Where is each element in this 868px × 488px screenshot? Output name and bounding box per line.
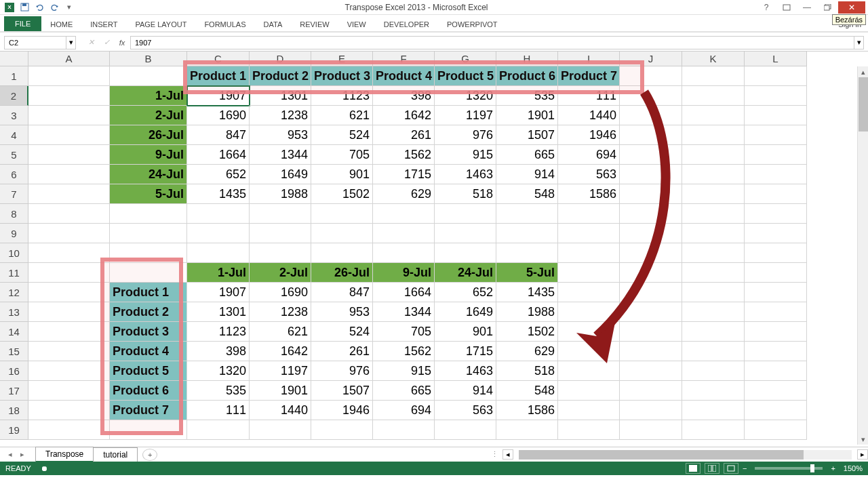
- cell-B2[interactable]: 1-Jul: [110, 86, 187, 106]
- cell-G8[interactable]: [435, 204, 496, 224]
- tab-page-layout[interactable]: PAGE LAYOUT: [126, 18, 195, 31]
- col-head-L[interactable]: L: [745, 52, 807, 66]
- col-head-I[interactable]: I: [558, 52, 620, 66]
- cell-A18[interactable]: [28, 401, 110, 420]
- hscroll-left-icon[interactable]: ◂: [502, 449, 513, 460]
- cell-G15[interactable]: 1715: [435, 342, 496, 361]
- cell-G11[interactable]: 24-Jul: [435, 263, 496, 283]
- cell-C18[interactable]: 111: [187, 401, 250, 420]
- cell-B5[interactable]: 9-Jul: [110, 145, 187, 165]
- cell-L16[interactable]: [745, 361, 807, 381]
- cell-G2[interactable]: 1320: [435, 86, 496, 106]
- cell-E12[interactable]: 847: [311, 283, 373, 302]
- cell-F3[interactable]: 1642: [373, 106, 435, 125]
- excel-icon[interactable]: X: [3, 1, 16, 14]
- cell-H8[interactable]: [496, 204, 558, 224]
- col-head-G[interactable]: G: [435, 52, 496, 66]
- cell-J13[interactable]: [620, 302, 682, 322]
- cell-F12[interactable]: 1664: [373, 283, 435, 302]
- cell-H11[interactable]: 5-Jul: [496, 263, 558, 283]
- cell-C1[interactable]: Product 1: [187, 66, 250, 86]
- cell-E7[interactable]: 1502: [311, 184, 373, 204]
- cell-C4[interactable]: 847: [187, 125, 250, 145]
- cell-C14[interactable]: 1123: [187, 322, 250, 342]
- col-head-K[interactable]: K: [682, 52, 745, 66]
- cell-D12[interactable]: 1690: [250, 283, 311, 302]
- cell-B17[interactable]: Product 6: [110, 381, 187, 401]
- cell-G9[interactable]: [435, 224, 496, 243]
- row-head-6[interactable]: 6: [0, 165, 28, 184]
- cell-G10[interactable]: [435, 243, 496, 263]
- cell-K3[interactable]: [682, 106, 745, 125]
- cell-I18[interactable]: [558, 401, 620, 420]
- cell-K12[interactable]: [682, 283, 745, 302]
- cell-F17[interactable]: 665: [373, 381, 435, 401]
- cell-D18[interactable]: 1440: [250, 401, 311, 420]
- cell-B8[interactable]: [110, 204, 187, 224]
- cell-A5[interactable]: [28, 145, 110, 165]
- tab-file[interactable]: FILE: [4, 16, 41, 31]
- cell-B9[interactable]: [110, 224, 187, 243]
- cell-L8[interactable]: [745, 204, 807, 224]
- cell-E8[interactable]: [311, 204, 373, 224]
- row-head-15[interactable]: 15: [0, 342, 28, 361]
- cell-K2[interactable]: [682, 86, 745, 106]
- cell-A12[interactable]: [28, 283, 110, 302]
- cell-A11[interactable]: [28, 263, 110, 283]
- cell-G13[interactable]: 1649: [435, 302, 496, 322]
- cell-L5[interactable]: [745, 145, 807, 165]
- cell-A13[interactable]: [28, 302, 110, 322]
- qat-dropdown-icon[interactable]: ▾: [62, 1, 76, 14]
- cell-F18[interactable]: 694: [373, 401, 435, 420]
- name-box-dropdown[interactable]: ▾: [66, 36, 76, 49]
- cell-L7[interactable]: [745, 184, 807, 204]
- cell-I4[interactable]: 1946: [558, 125, 620, 145]
- save-icon[interactable]: [18, 1, 31, 14]
- cell-A16[interactable]: [28, 361, 110, 381]
- cell-D7[interactable]: 1988: [250, 184, 311, 204]
- cell-G5[interactable]: 915: [435, 145, 496, 165]
- cell-F13[interactable]: 1344: [373, 302, 435, 322]
- cell-L10[interactable]: [745, 243, 807, 263]
- minimize-button[interactable]: —: [797, 1, 816, 14]
- cell-B4[interactable]: 26-Jul: [110, 125, 187, 145]
- cell-F19[interactable]: [373, 420, 435, 440]
- cell-I16[interactable]: [558, 361, 620, 381]
- cell-E16[interactable]: 976: [311, 361, 373, 381]
- cell-E6[interactable]: 901: [311, 165, 373, 184]
- cell-C13[interactable]: 1301: [187, 302, 250, 322]
- cell-H13[interactable]: 1988: [496, 302, 558, 322]
- cell-L13[interactable]: [745, 302, 807, 322]
- cell-A9[interactable]: [28, 224, 110, 243]
- col-head-C[interactable]: C: [187, 52, 250, 66]
- cell-C8[interactable]: [187, 204, 250, 224]
- cell-A1[interactable]: [28, 66, 110, 86]
- cell-K19[interactable]: [682, 420, 745, 440]
- cell-G12[interactable]: 652: [435, 283, 496, 302]
- cell-I5[interactable]: 694: [558, 145, 620, 165]
- cell-B14[interactable]: Product 3: [110, 322, 187, 342]
- cell-J10[interactable]: [620, 243, 682, 263]
- cell-B11[interactable]: [110, 263, 187, 283]
- cell-A19[interactable]: [28, 420, 110, 440]
- new-sheet-button[interactable]: +: [142, 449, 157, 461]
- cell-J8[interactable]: [620, 204, 682, 224]
- cell-H15[interactable]: 629: [496, 342, 558, 361]
- row-head-10[interactable]: 10: [0, 243, 28, 263]
- cell-D17[interactable]: 1901: [250, 381, 311, 401]
- cell-I8[interactable]: [558, 204, 620, 224]
- tab-formulas[interactable]: FORMULAS: [195, 18, 254, 31]
- cell-K7[interactable]: [682, 184, 745, 204]
- cell-J11[interactable]: [620, 263, 682, 283]
- view-page-layout-icon[interactable]: [705, 463, 719, 474]
- sheet-tab-tutorial[interactable]: tutorial: [93, 447, 138, 462]
- row-head-16[interactable]: 16: [0, 361, 28, 381]
- cell-J1[interactable]: [620, 66, 682, 86]
- cell-E14[interactable]: 524: [311, 322, 373, 342]
- cell-I17[interactable]: [558, 381, 620, 401]
- scroll-thumb[interactable]: [859, 77, 868, 131]
- row-head-3[interactable]: 3: [0, 106, 28, 125]
- cell-H3[interactable]: 1901: [496, 106, 558, 125]
- cell-I15[interactable]: [558, 342, 620, 361]
- row-head-9[interactable]: 9: [0, 224, 28, 243]
